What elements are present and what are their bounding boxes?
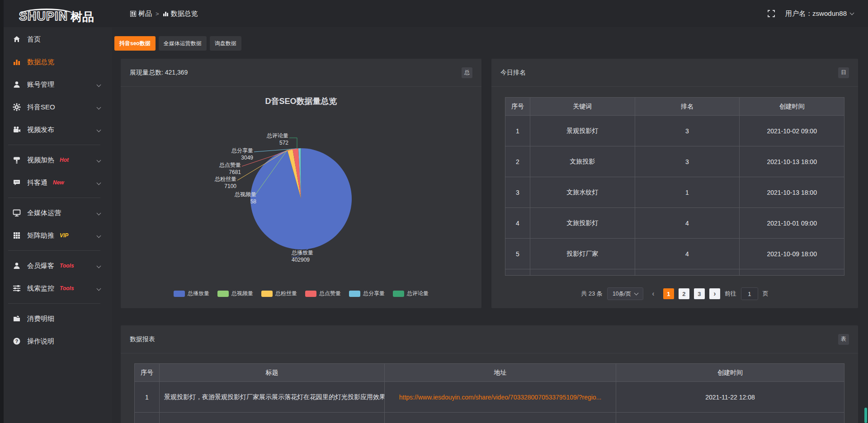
table-cell: 1	[135, 382, 160, 413]
legend-swatch	[305, 291, 316, 297]
sidebar-item-instructions[interactable]: ? 操作说明	[0, 330, 112, 352]
table-cell: 3	[635, 146, 740, 177]
data-tabs: 抖音seo数据 全媒体运营数据 询盘数据	[114, 36, 241, 51]
sidebar-item-douyin-seo[interactable]: 抖音SEO	[0, 96, 112, 118]
column-header: 关键词	[530, 98, 635, 116]
sidebar-item-label: 账号管理	[27, 80, 54, 89]
sidebar-item-consumption-detail[interactable]: 消费明细	[0, 307, 112, 330]
sidebar-divider	[8, 250, 100, 251]
monitor-icon	[12, 209, 21, 217]
table-cell: 文旅水纹灯	[530, 177, 635, 208]
tools-badge: Tools	[60, 263, 74, 269]
tab-media-operation-data[interactable]: 全媒体运营数据	[159, 36, 207, 51]
table-cell: 5	[505, 239, 530, 269]
breadcrumb-current[interactable]: 数据总览	[163, 9, 198, 18]
sidebar-divider	[8, 303, 100, 304]
sidebar-item-label: 消费明细	[27, 315, 54, 323]
chevron-down-icon	[97, 233, 101, 238]
scrollbar-thumb[interactable]	[864, 408, 867, 423]
table-cell: 景观投影灯	[530, 116, 635, 146]
column-header: 地址	[385, 364, 616, 382]
sidebar-item-video-heat[interactable]: 视频加热 Hot	[0, 149, 112, 171]
table-cell: 2021-10-13 18:00	[740, 146, 844, 177]
total-badge-button[interactable]: 总	[462, 67, 472, 78]
legend-item-videos[interactable]: 总视频量	[217, 290, 253, 297]
legend-item-shares[interactable]: 总分享量	[349, 290, 385, 297]
table-cell: 2	[505, 146, 530, 177]
table-cell-empty	[505, 269, 530, 276]
sidebar-item-label: 抖客通	[27, 179, 47, 187]
sidebar: 首页 数据总览 账号管理 抖音SEO 视频发布 视频加热 Hot	[0, 27, 112, 423]
chevron-down-icon	[97, 158, 101, 162]
sidebar-item-label: 视频加热	[27, 156, 54, 164]
sidebar-item-doketong[interactable]: 抖客通 New	[0, 171, 112, 194]
data-report-panel: 数据报表 表 序号 标题 地址 创建时间 1 景观投影灯，夜游景观投影灯厂家展示…	[121, 325, 858, 423]
legend-item-plays[interactable]: 总播放量	[174, 290, 209, 297]
logo-text-cn: 树品	[71, 11, 94, 23]
pie-label-comments: 总评论量572	[267, 132, 288, 146]
tab-douyin-seo-data[interactable]: 抖音seo数据	[114, 36, 156, 51]
column-header: 创建时间	[616, 364, 844, 382]
goto-page-input[interactable]	[741, 287, 758, 300]
tools-badge: Tools	[60, 285, 74, 291]
legend-item-fans[interactable]: 总粉丝量	[261, 290, 297, 297]
rank-panel-header: 今日排名 日	[491, 59, 858, 87]
fullscreen-icon[interactable]	[767, 9, 775, 18]
chart-panel-header: 展现量总数: 421,369 总	[121, 59, 481, 87]
sidebar-item-data-overview[interactable]: 数据总览	[0, 51, 112, 73]
report-table: 序号 标题 地址 创建时间 1 景观投影灯，夜游景观投影灯厂家展示展示落花灯在花…	[134, 363, 844, 423]
legend-swatch	[174, 291, 185, 297]
hot-badge: Hot	[60, 157, 69, 163]
table-badge-button[interactable]: 表	[838, 334, 849, 345]
table-cell: 4	[505, 208, 530, 239]
sidebar-item-matrix-boost[interactable]: 矩阵助推 VIP	[0, 224, 112, 247]
prev-page-button[interactable]: ‹	[648, 288, 659, 299]
column-header: 标题	[160, 364, 385, 382]
pie-label-plays: 总播放量402909	[292, 249, 313, 263]
sidebar-divider	[8, 197, 100, 198]
chevron-down-icon	[97, 82, 101, 87]
sidebar-item-lead-monitor[interactable]: 线索监控 Tools	[0, 277, 112, 300]
chevron-down-icon	[97, 286, 101, 291]
sidebar-item-member-burst[interactable]: 会员爆客 Tools	[0, 254, 112, 277]
next-page-button[interactable]: ›	[709, 288, 720, 299]
video-url-cell: https://www.iesdouyin.com/share/video/70…	[385, 382, 616, 413]
table-cell: 2021-10-13 18:00	[740, 177, 844, 208]
sidebar-item-home[interactable]: 首页	[0, 28, 112, 51]
chart-legend: 总播放量 总视频量 总粉丝量 总点赞量 总分享量 总评论量	[121, 290, 481, 297]
table-cell-empty	[616, 413, 844, 423]
svg-text:?: ?	[15, 338, 18, 344]
goto-label: 前往	[725, 290, 736, 298]
sidebar-item-label: 全媒体运营	[27, 209, 61, 217]
user-menu[interactable]: 用户名：zswodun88	[785, 9, 854, 18]
pagination: 共 23 条 10条/页 ‹ 1 2 3 › 前往 页	[491, 287, 858, 300]
sidebar-item-media-operation[interactable]: 全媒体运营	[0, 202, 112, 224]
pie-chart[interactable]: D音SEO数据量总览 总评论量572 总分享量3049 总点赞量7681 总粉丝…	[121, 87, 481, 308]
sidebar-item-account[interactable]: 账号管理	[0, 73, 112, 96]
sidebar-item-label: 首页	[27, 35, 41, 44]
question-icon: ?	[12, 337, 21, 346]
day-badge-button[interactable]: 日	[838, 67, 849, 78]
vip-badge: VIP	[60, 232, 68, 239]
sidebar-item-label: 线索监控	[27, 284, 54, 293]
legend-item-comments[interactable]: 总评论量	[393, 290, 429, 297]
video-link[interactable]: https://www.iesdouyin.com/share/video/70…	[399, 394, 602, 401]
tab-inquiry-data[interactable]: 询盘数据	[210, 36, 241, 51]
page-button-2[interactable]: 2	[679, 288, 689, 299]
sidebar-item-video-publish[interactable]: 视频发布	[0, 118, 112, 141]
rank-panel-title: 今日排名	[500, 69, 526, 77]
chevron-down-icon	[97, 105, 101, 109]
page-button-1[interactable]: 1	[663, 288, 674, 299]
legend-item-likes[interactable]: 总点赞量	[305, 290, 341, 297]
sidebar-item-label: 数据总览	[27, 58, 54, 66]
video-camera-icon	[12, 126, 21, 134]
top-header: SHUPIN 树品 树品 > 数据总览 用户名：zswodun88	[0, 0, 868, 27]
sidebar-item-label: 操作说明	[27, 337, 54, 346]
chevron-down-icon	[634, 291, 638, 296]
legend-swatch	[261, 291, 273, 297]
page-size-select[interactable]: 10条/页	[607, 287, 643, 300]
page-button-3[interactable]: 3	[694, 288, 705, 299]
breadcrumb-root[interactable]: 树品	[130, 9, 152, 18]
column-header: 排名	[635, 98, 740, 116]
chat-icon	[12, 179, 21, 187]
